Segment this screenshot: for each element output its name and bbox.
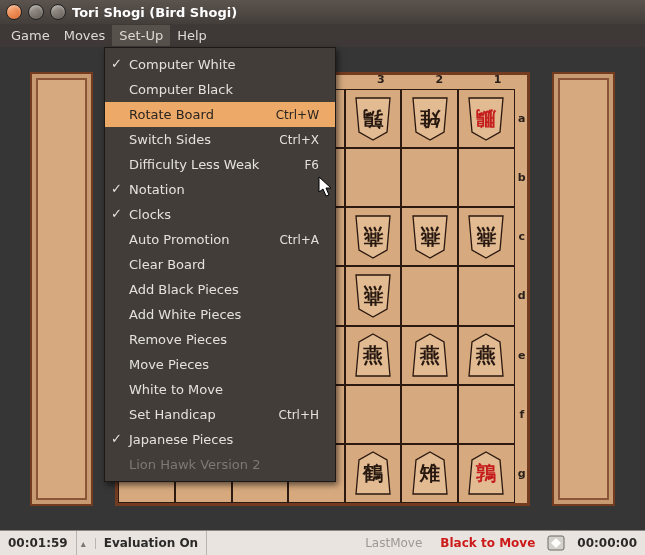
menuitem-label: Notation [129,182,185,197]
board-cell[interactable]: 燕 [458,326,515,385]
board-cell[interactable]: 鶉 [458,444,515,503]
menuitem-label: Clocks [129,207,171,222]
shogi-piece[interactable]: 燕 [465,332,507,378]
board-cell[interactable]: 燕 [345,326,402,385]
piece-glyph: 鵬 [476,109,496,129]
shogi-piece[interactable]: 鶉 [352,96,394,142]
shogi-piece[interactable]: 燕 [465,214,507,260]
rank-labels: abcdefg [516,89,528,503]
menuitem-computer-white[interactable]: ✓Computer White [105,52,335,77]
app-window: Tori Shogi (Bird Shogi) GameMovesSet-UpH… [0,0,645,555]
menuitem-remove-pieces[interactable]: Remove Pieces [105,327,335,352]
piece-glyph: 燕 [363,286,383,306]
shogi-piece[interactable]: 燕 [352,214,394,260]
menuitem-label: Computer White [129,57,236,72]
menu-help[interactable]: Help [170,25,214,46]
menuitem-lion-hawk-version-2: Lion Hawk Version 2 [105,452,335,477]
board-cell[interactable]: 雉 [401,444,458,503]
menuitem-japanese-pieces[interactable]: ✓Japanese Pieces [105,427,335,452]
menuitem-clear-board[interactable]: Clear Board [105,252,335,277]
shogi-piece[interactable]: 鵬 [465,96,507,142]
statusbar: 00:01:59 ▴ Evaluation On LastMove Black … [0,530,645,555]
menuitem-move-pieces[interactable]: Move Pieces [105,352,335,377]
shogi-piece[interactable]: 燕 [409,214,451,260]
check-icon: ✓ [111,56,122,71]
board-cell[interactable] [345,148,402,207]
menuitem-switch-sides[interactable]: Switch SidesCtrl+X [105,127,335,152]
menuitem-auto-promotion[interactable]: Auto PromotionCtrl+A [105,227,335,252]
menuitem-label: Add White Pieces [129,307,241,322]
menuitem-label: Set Handicap [129,407,216,422]
menuitem-label: Lion Hawk Version 2 [129,457,260,472]
piece-glyph: 燕 [363,227,383,247]
shogi-piece[interactable]: 燕 [409,332,451,378]
menuitem-accel: Ctrl+A [279,233,319,247]
board-cell[interactable] [458,148,515,207]
shogi-piece[interactable]: 雉 [409,96,451,142]
piece-glyph: 燕 [420,227,440,247]
evaluation-status: Evaluation On [96,531,207,555]
piece-glyph: 雉 [420,463,440,483]
flag-icon[interactable] [547,535,565,551]
piece-glyph: 鶉 [363,109,383,129]
board-cell[interactable]: 鶴 [345,444,402,503]
board-cell[interactable]: 燕 [345,207,402,266]
board-cell[interactable]: 燕 [458,207,515,266]
check-icon: ✓ [111,206,122,221]
menuitem-rotate-board[interactable]: Rotate BoardCtrl+W [105,102,335,127]
board-cell[interactable]: 雉 [401,89,458,148]
menuitem-accel: Ctrl+X [279,133,319,147]
menuitem-label: Auto Promotion [129,232,229,247]
piece-glyph: 雉 [420,109,440,129]
window-title: Tori Shogi (Bird Shogi) [72,5,237,20]
check-icon: ✓ [111,431,122,446]
menu-set-up[interactable]: Set-Up [112,25,170,46]
shogi-piece[interactable]: 鶉 [465,450,507,496]
shogi-piece[interactable]: 鶴 [352,450,394,496]
menuitem-label: Move Pieces [129,357,209,372]
handle-icon: ▴ [77,538,96,549]
menu-game[interactable]: Game [4,25,57,46]
menuitem-label: Japanese Pieces [129,432,233,447]
board-cell[interactable] [401,148,458,207]
menu-moves[interactable]: Moves [57,25,113,46]
menuitem-difficulty-less-weak[interactable]: Difficulty Less WeakF6 [105,152,335,177]
shogi-piece[interactable]: 燕 [352,273,394,319]
piece-glyph: 燕 [420,345,440,365]
board-cell[interactable] [401,266,458,325]
menuitem-set-handicap[interactable]: Set HandicapCtrl+H [105,402,335,427]
menuitem-white-to-move[interactable]: White to Move [105,377,335,402]
menuitem-label: Add Black Pieces [129,282,239,297]
piece-glyph: 燕 [363,345,383,365]
board-cell[interactable]: 鵬 [458,89,515,148]
menuitem-clocks[interactable]: ✓Clocks [105,202,335,227]
board-cell[interactable]: 燕 [345,266,402,325]
menuitem-add-black-pieces[interactable]: Add Black Pieces [105,277,335,302]
last-move-label: LastMove [355,536,432,550]
menuitem-label: White to Move [129,382,223,397]
menuitem-add-white-pieces[interactable]: Add White Pieces [105,302,335,327]
board-cell[interactable]: 燕 [401,207,458,266]
menuitem-label: Computer Black [129,82,233,97]
board-cell[interactable] [345,385,402,444]
shogi-piece[interactable]: 雉 [409,450,451,496]
piece-glyph: 燕 [476,227,496,247]
menuitem-label: Remove Pieces [129,332,227,347]
menuitem-notation[interactable]: ✓Notation [105,177,335,202]
setup-menu-dropdown: ✓Computer WhiteComputer BlackRotate Boar… [104,47,336,482]
window-minimize-button[interactable] [28,4,44,20]
menuitem-label: Clear Board [129,257,205,272]
titlebar: Tori Shogi (Bird Shogi) [0,0,645,24]
board-cell[interactable] [458,266,515,325]
piece-glyph: 鶴 [363,463,383,483]
board-cell[interactable] [401,385,458,444]
menuitem-computer-black[interactable]: Computer Black [105,77,335,102]
window-maximize-button[interactable] [50,4,66,20]
board-cell[interactable]: 鶉 [345,89,402,148]
board-cell[interactable] [458,385,515,444]
piece-tray-right[interactable] [552,72,615,506]
board-cell[interactable]: 燕 [401,326,458,385]
shogi-piece[interactable]: 燕 [352,332,394,378]
window-close-button[interactable] [6,4,22,20]
piece-tray-left[interactable] [30,72,93,506]
